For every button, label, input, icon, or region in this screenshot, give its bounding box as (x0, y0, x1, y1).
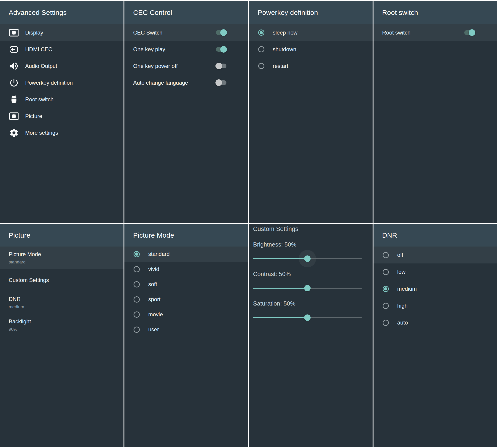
radio-button[interactable] (134, 266, 140, 272)
radio-label: sport (148, 296, 160, 303)
toggle-label: CEC Switch (133, 30, 215, 36)
one-key-power-off-toggle[interactable] (215, 63, 227, 69)
radio-row-movie[interactable]: movie (124, 307, 248, 322)
auto-change-language-toggle[interactable] (215, 79, 227, 86)
menu-item-label: Display (25, 30, 43, 36)
radio-row-vivid[interactable]: vivid (124, 262, 248, 277)
radio-label: soft (148, 281, 157, 288)
radio-button[interactable] (383, 320, 389, 326)
radio-row-shutdown[interactable]: shutdown (249, 41, 373, 58)
menu-item-picture[interactable]: Picture (0, 108, 124, 124)
panel-picture: Picture Picture Mode standard Custom Set… (0, 224, 124, 447)
radio-row-off[interactable]: off (373, 247, 497, 263)
pref-value: standard (9, 259, 26, 265)
radio-row-low[interactable]: low (373, 263, 497, 280)
slider-fill (253, 288, 307, 288)
menu-item-more-settings[interactable]: More settings (0, 124, 124, 141)
radio-row-sport[interactable]: sport (124, 292, 248, 307)
radio-button[interactable] (134, 327, 140, 333)
radio-row-medium[interactable]: medium (373, 280, 497, 297)
radio-row-user[interactable]: user (124, 322, 248, 337)
radio-label: shutdown (273, 46, 296, 53)
panel-dnr: DNR off low medium high auto (373, 224, 497, 447)
radio-button[interactable] (134, 311, 140, 318)
pref-value: 90% (9, 327, 17, 332)
slider-thumb[interactable] (304, 314, 311, 321)
radio-label: movie (148, 311, 163, 318)
menu-item-audio-output[interactable]: Audio Output (0, 58, 124, 74)
pref-row-dnr[interactable]: DNR medium (0, 291, 124, 314)
radio-button[interactable] (134, 296, 140, 303)
menu-item-label: Audio Output (25, 63, 57, 69)
slider-thumb[interactable] (304, 256, 311, 262)
radio-row-high[interactable]: high (373, 297, 497, 314)
root-switch-toggle[interactable] (464, 29, 475, 36)
radio-row-sleep-now[interactable]: sleep now (249, 24, 373, 41)
android-icon (9, 95, 19, 105)
radio-row-restart[interactable]: restart (249, 58, 373, 74)
menu-item-root-switch[interactable]: Root switch (0, 91, 124, 108)
page-title: Custom Settings (253, 226, 373, 232)
power-icon (9, 78, 19, 88)
slider-group-saturation: Saturation: 50% (249, 301, 373, 321)
radio-button[interactable] (383, 252, 389, 258)
menu-item-label: Powerkey definition (25, 80, 73, 86)
page-title: Root switch (373, 1, 497, 24)
pref-title: Backlight (9, 318, 31, 325)
slider-fill (253, 258, 307, 259)
slider-group-brightness: Brightness: 50% (249, 241, 373, 262)
radio-label: low (397, 269, 405, 275)
radio-label: user (148, 326, 159, 333)
toggle-row-one-key-play[interactable]: One key play (124, 41, 248, 58)
toggle-label: Root switch (382, 30, 464, 36)
radio-row-standard[interactable]: standard (124, 247, 248, 262)
radio-button[interactable] (383, 303, 389, 309)
panel-root-switch: Root switch Root switch (373, 1, 497, 223)
one-key-play-toggle[interactable] (215, 46, 227, 53)
panel-cec-control: CEC Control CEC Switch One key play One … (124, 1, 248, 223)
toggle-row-one-key-power-off[interactable]: One key power off (124, 58, 248, 74)
menu-item-display[interactable]: Display (0, 24, 124, 41)
radio-label: standard (148, 251, 169, 257)
toggle-row-cec-switch[interactable]: CEC Switch (124, 24, 248, 41)
radio-row-soft[interactable]: soft (124, 277, 248, 292)
panel-custom-settings: Custom Settings Brightness: 50% Contrast… (249, 224, 373, 447)
gear-icon (9, 128, 19, 138)
radio-button[interactable] (134, 281, 140, 288)
radio-label: off (397, 252, 403, 258)
page-title: Advanced Settings (0, 1, 124, 24)
toggle-label: One key power off (133, 63, 215, 69)
radio-label: sleep now (273, 30, 298, 36)
pref-row-custom-settings[interactable]: Custom Settings (0, 269, 124, 291)
menu-item-powerkey-definition[interactable]: Powerkey definition (0, 74, 124, 91)
toggle-label: Auto change language (133, 80, 215, 86)
slider-fill (253, 317, 307, 318)
radio-button[interactable] (383, 286, 389, 292)
slider-label: Contrast: 50% (253, 271, 373, 277)
menu-item-label: Picture (25, 113, 42, 119)
menu-item-hdmi-cec[interactable]: HDMI CEC (0, 41, 124, 58)
contrast-slider[interactable] (253, 285, 362, 291)
pref-row-picture-mode[interactable]: Picture Mode standard (0, 247, 124, 269)
cec-switch-toggle[interactable] (215, 29, 227, 36)
toggle-row-auto-change-language[interactable]: Auto change language (124, 74, 248, 91)
toggle-row-root-switch[interactable]: Root switch (373, 24, 497, 41)
page-title: DNR (373, 224, 497, 247)
slider-label: Brightness: 50% (253, 241, 373, 247)
menu-item-label: More settings (25, 130, 58, 136)
brightness-slider[interactable] (253, 256, 362, 262)
radio-button[interactable] (134, 251, 140, 257)
saturation-slider[interactable] (253, 314, 362, 321)
radio-button[interactable] (258, 63, 264, 69)
panel-advanced-settings: Advanced Settings Display HDMI CEC Audio… (0, 1, 124, 223)
pref-title: DNR (9, 296, 21, 302)
radio-row-auto[interactable]: auto (373, 314, 497, 331)
pref-value: medium (9, 304, 24, 309)
pref-title: Picture Mode (9, 251, 41, 257)
slider-thumb[interactable] (304, 285, 311, 291)
radio-button[interactable] (258, 46, 264, 52)
slider-label: Saturation: 50% (253, 301, 373, 306)
radio-button[interactable] (383, 269, 389, 275)
pref-row-backlight[interactable]: Backlight 90% (0, 314, 124, 336)
radio-button[interactable] (258, 30, 264, 36)
